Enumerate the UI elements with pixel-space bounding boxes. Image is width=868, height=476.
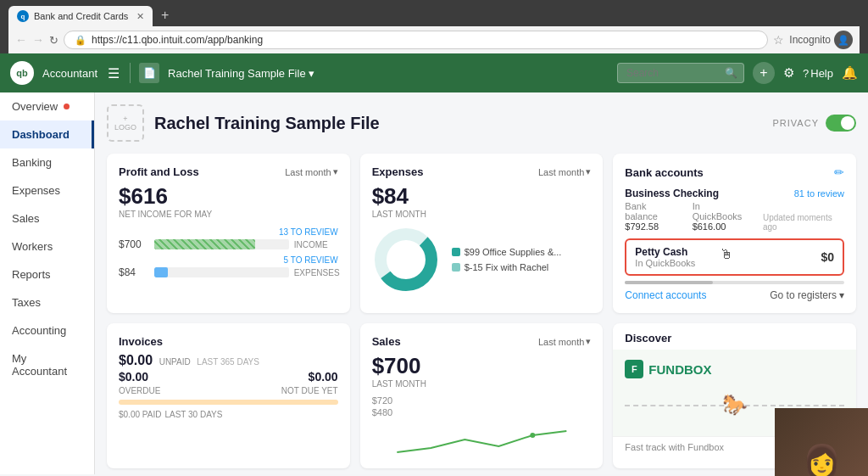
plus-button[interactable]: + <box>753 62 775 84</box>
cursor-indicator: 🖱 <box>720 247 733 262</box>
bank-scrollbar-thumb <box>625 281 712 284</box>
dropdown-arrow-icon: ▾ <box>309 67 314 80</box>
sidebar-label-dashboard: Dashboard <box>12 128 70 141</box>
donut-legend: $99 Office Supplies &... $-15 Fix with R… <box>452 247 562 272</box>
url-bar[interactable]: 🔒 https://c11.qbo.intuit.com/app/banking <box>64 31 768 49</box>
sidebar-item-sales[interactable]: Sales <box>0 204 94 232</box>
sidebar-label-taxes: Taxes <box>12 296 41 309</box>
exp-period-text: Last month <box>538 167 584 177</box>
inv-unpaid-row: $0.00 UNPAID LAST 365 DAYS <box>119 353 338 368</box>
inv-title: Invoices <box>119 335 163 348</box>
inv-progress-bar <box>119 400 338 405</box>
sales-v2: $480 <box>372 407 592 417</box>
income-bar-row: 13 TO REVIEW $700 INCOME <box>119 227 338 250</box>
gear-button[interactable]: ⚙ <box>783 65 794 81</box>
active-tab[interactable]: q Bank and Credit Cards ✕ <box>8 6 153 26</box>
privacy-toggle[interactable] <box>826 115 856 132</box>
sales-amount: $700 <box>372 353 592 379</box>
income-bar-fill <box>154 239 255 249</box>
bank-balance-value: $792.58 <box>625 221 659 232</box>
qb-balance-group: In QuickBooks $616.00 <box>693 201 749 232</box>
petty-cash-sub: In QuickBooks <box>635 258 695 268</box>
legend-item-1: $99 Office Supplies &... <box>452 247 562 257</box>
back-button[interactable]: ← <box>15 33 27 47</box>
updated-text: Updated moments ago <box>763 213 832 232</box>
sales-chart-area <box>372 423 592 456</box>
person-silhouette: 👩 <box>803 445 841 474</box>
petty-cash-amount: $0 <box>821 250 834 264</box>
sidebar-item-my-accountant[interactable]: My Accountant <box>0 344 94 385</box>
overview-dot <box>64 104 70 109</box>
tab-close-icon[interactable]: ✕ <box>136 11 144 22</box>
exp-title: Expenses <box>372 165 424 178</box>
profit-loss-card: Profit and Loss Last month ▾ $616 NET IN… <box>107 154 350 313</box>
sales-card: Sales Last month ▾ $700 LAST MONTH $720 … <box>360 323 604 468</box>
sales-chart-labels: $720 $480 <box>372 395 592 417</box>
pl-card-header: Profit and Loss Last month ▾ <box>119 165 338 178</box>
income-review-label[interactable]: 13 TO REVIEW <box>119 227 338 237</box>
tab-favicon: q <box>17 10 29 22</box>
sidebar-item-overview[interactable]: Overview <box>0 92 94 120</box>
url-text: https://c11.qbo.intuit.com/app/banking <box>92 34 263 46</box>
legend-color-2 <box>452 263 460 272</box>
connect-accounts-link[interactable]: Connect accounts <box>625 289 706 301</box>
question-button[interactable]: ? Help <box>803 67 833 80</box>
expense-review-label[interactable]: 5 TO REVIEW <box>119 255 338 265</box>
goto-registers-btn[interactable]: Go to registers ▾ <box>770 289 844 301</box>
inv-overdue-amount: $0.00 <box>119 370 148 384</box>
qb-balance-value: $616.00 <box>693 221 726 232</box>
sales-period[interactable]: Last month ▾ <box>538 336 591 347</box>
pl-period[interactable]: Last month ▾ <box>285 166 337 177</box>
sidebar-item-reports[interactable]: Reports <box>0 260 94 288</box>
donut-chart <box>372 226 440 294</box>
sidebar-item-expenses[interactable]: Expenses <box>0 176 94 204</box>
pl-subtitle: NET INCOME FOR MAY <box>119 210 338 219</box>
browser-chrome: q Bank and Credit Cards ✕ + ← → ↻ 🔒 http… <box>0 0 868 53</box>
sidebar-item-accounting[interactable]: Accounting <box>0 316 94 344</box>
sidebar-item-dashboard[interactable]: Dashboard <box>0 120 94 148</box>
sidebar-item-taxes[interactable]: Taxes <box>0 288 94 316</box>
bank-card-header: Bank accounts ✏ <box>625 165 844 179</box>
page-header: + LOGO Rachel Training Sample File PRIVA… <box>107 104 856 142</box>
hamburger-button[interactable]: ☰ <box>106 64 121 83</box>
inv-unpaid-period: LAST 365 DAYS <box>197 357 259 367</box>
sidebar-label-reports: Reports <box>12 268 51 281</box>
help-label: Help <box>810 67 833 80</box>
new-tab-button[interactable]: + <box>154 4 175 26</box>
bank-card-footer: Connect accounts Go to registers ▾ <box>625 289 844 301</box>
business-checking-balances: Bank balance $792.58 In QuickBooks $616.… <box>625 201 844 232</box>
pl-period-text: Last month <box>285 167 331 177</box>
sidebar-item-workers[interactable]: Workers <box>0 232 94 260</box>
sidebar-label-overview: Overview <box>12 100 58 113</box>
sidebar-label-sales: Sales <box>12 212 40 225</box>
fundbox-logo: F FUNDBOX <box>625 360 711 378</box>
sidebar-item-banking[interactable]: Banking <box>0 148 94 176</box>
pl-dropdown-icon: ▾ <box>333 166 338 177</box>
petty-cash-box[interactable]: Petty Cash In QuickBooks 🖱 $0 <box>625 238 844 276</box>
logo-label: LOGO <box>114 123 136 132</box>
nav-divider <box>130 63 131 83</box>
file-picker[interactable]: Rachel Training Sample File ▾ <box>168 67 314 80</box>
logo-placeholder[interactable]: + LOGO <box>107 104 144 142</box>
donut-area: $99 Office Supplies &... $-15 Fix with R… <box>372 226 592 294</box>
fundbox-label: FUNDBOX <box>648 362 711 377</box>
star-icon[interactable]: ☆ <box>773 33 784 47</box>
qb-balance-label: In QuickBooks <box>693 201 743 221</box>
tab-title: Bank and Credit Cards <box>34 11 131 21</box>
edit-icon[interactable]: ✏ <box>834 165 844 179</box>
app-wrapper: qb Accountant ☰ 📄 Rachel Training Sample… <box>0 53 868 474</box>
sales-title: Sales <box>372 335 401 348</box>
cards-row-1: Profit and Loss Last month ▾ $616 NET IN… <box>107 154 856 313</box>
inv-unpaid-label: UNPAID <box>159 357 191 367</box>
exp-period[interactable]: Last month ▾ <box>538 166 591 177</box>
bell-button[interactable]: 🔔 <box>842 65 858 81</box>
review-link[interactable]: 81 to review <box>794 188 844 199</box>
bank-accounts-card: Bank accounts ✏ Business Checking 81 to … <box>613 154 856 313</box>
expense-bar-track <box>154 267 289 277</box>
incognito-icon: 👤 <box>834 31 853 49</box>
forward-button[interactable]: → <box>32 33 44 47</box>
privacy-label: PRIVACY <box>773 118 819 128</box>
top-nav: qb Accountant ☰ 📄 Rachel Training Sample… <box>0 53 868 92</box>
legend-label-2: $-15 Fix with Rachel <box>465 262 549 272</box>
reload-button[interactable]: ↻ <box>49 34 58 47</box>
